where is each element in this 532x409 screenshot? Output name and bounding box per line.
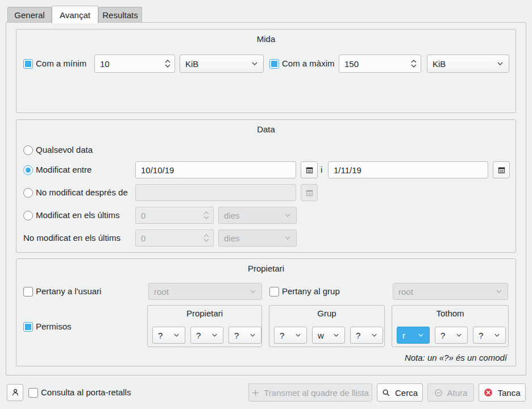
perm-all-value-2: ?: [440, 331, 456, 340]
owned-by-group-label: Pertany al grup: [282, 286, 340, 296]
min-size-input[interactable]: [95, 59, 161, 69]
date-to-input[interactable]: [328, 161, 488, 178]
date-groupbox: Data Qualsevol data Modificat entre i No…: [16, 119, 516, 253]
permissions-checkbox[interactable]: [23, 322, 33, 332]
max-size-checkbox[interactable]: [269, 59, 279, 69]
chevron-down-icon: [173, 333, 180, 337]
owner-group-combo: root: [393, 283, 508, 300]
perm-all-combo-2[interactable]: ?: [435, 327, 468, 344]
modified-last-input: [136, 211, 200, 220]
owned-by-user-label: Pertany a l'usuari: [36, 286, 101, 296]
modified-last-radio[interactable]: [23, 211, 33, 220]
modified-last-label: Modificat en els últims: [36, 210, 120, 220]
chevron-down-icon: [371, 333, 377, 337]
perm-group-value-3: ?: [356, 331, 371, 340]
owned-by-user-checkbox[interactable]: [23, 287, 33, 297]
min-size-spin-arrows[interactable]: [161, 60, 174, 68]
date-conjunction-label: i: [321, 165, 322, 174]
spin-down-icon: [165, 64, 171, 68]
modified-last-unit-combo: dies: [218, 207, 297, 224]
perm-group-combo-1[interactable]: ?: [274, 327, 307, 344]
stop-icon: [434, 389, 443, 397]
max-size-spin-arrows[interactable]: [407, 60, 421, 68]
search-button[interactable]: Cerca: [377, 383, 423, 402]
user-icon: [11, 388, 20, 397]
tab-general-label: General: [14, 10, 44, 20]
not-modified-last-spinbox: [135, 229, 214, 247]
min-size-label: Com a mínim: [36, 59, 86, 68]
max-size-input[interactable]: [339, 59, 407, 69]
min-size-unit-combo[interactable]: KiB: [180, 55, 264, 73]
perm-all-combo-1[interactable]: r: [397, 327, 430, 344]
spin-up-icon: [411, 60, 417, 63]
max-size-spinbox[interactable]: [339, 55, 421, 73]
owner-user-value: root: [154, 287, 250, 297]
user-button[interactable]: [7, 384, 23, 401]
not-modified-after-radio[interactable]: [23, 188, 33, 198]
perm-all-groupbox: Tothom r ? ?: [392, 305, 509, 347]
tab-general[interactable]: General: [7, 7, 52, 22]
owner-user-combo: root: [148, 283, 262, 300]
perm-all-title: Tothom: [392, 308, 508, 318]
tab-results[interactable]: Resultats: [98, 7, 142, 22]
min-size-checkbox[interactable]: [23, 59, 33, 69]
search-button-label: Cerca: [395, 388, 418, 398]
size-groupbox: Mida Com a mínim KiB Com a màxim KiB: [16, 29, 516, 113]
perm-owner-combo-3[interactable]: ?: [228, 327, 261, 344]
chevron-down-icon: [250, 333, 256, 337]
perm-owner-value-2: ?: [196, 331, 211, 340]
perm-owner-groupbox: Propietari ? ? ?: [147, 305, 262, 347]
spin-up-icon: [165, 60, 171, 63]
transmit-button: Transmet al quadre de llista: [248, 383, 372, 402]
modified-last-spinbox: [135, 207, 214, 224]
spin-up-icon: [203, 211, 209, 215]
chevron-down-icon: [497, 61, 504, 66]
chevron-down-icon: [295, 333, 301, 337]
clipboard-query-checkbox[interactable]: [28, 388, 38, 398]
any-date-radio[interactable]: [23, 145, 33, 155]
date-to-calendar-button[interactable]: [493, 161, 510, 178]
perm-all-combo-3[interactable]: ?: [473, 327, 506, 344]
owner-group-title: Propietari: [16, 264, 516, 273]
spin-down-icon: [203, 239, 209, 242]
max-size-unit-combo[interactable]: KiB: [427, 55, 509, 73]
tab-advanced[interactable]: Avançat: [52, 6, 98, 23]
not-modified-last-label: No modificat en els últims: [23, 233, 120, 243]
kfind-advanced-dialog: { "tabs": { "general": "General", "advan…: [0, 0, 532, 409]
min-size-unit-value: KiB: [185, 59, 251, 69]
not-modified-last-unit-value: dies: [224, 233, 284, 243]
chevron-down-icon: [251, 61, 258, 66]
max-size-label: Com a màxim: [282, 59, 335, 68]
close-button[interactable]: Tanca: [479, 383, 526, 402]
chevron-down-icon: [418, 333, 424, 337]
modified-last-spin-arrows: [200, 211, 213, 219]
clipboard-query-label: Consulta al porta-retalls: [41, 387, 131, 397]
not-modified-last-spin-arrows: [200, 234, 213, 242]
modified-between-label: Modificat entre: [36, 165, 92, 174]
chevron-down-icon: [284, 236, 291, 240]
close-button-label: Tanca: [497, 388, 520, 398]
any-date-label: Qualsevol data: [36, 145, 93, 155]
date-from-calendar-button[interactable]: [301, 161, 318, 178]
chevron-down-icon: [333, 333, 339, 337]
perm-all-value-3: ?: [479, 331, 494, 340]
perm-group-combo-2[interactable]: w: [312, 327, 345, 344]
date-from-input[interactable]: [135, 161, 296, 178]
perm-owner-combo-1[interactable]: ?: [152, 327, 185, 344]
modified-between-radio[interactable]: [23, 165, 33, 175]
not-modified-last-input: [136, 233, 200, 243]
chevron-down-icon: [284, 213, 291, 218]
chevron-down-icon: [456, 333, 462, 337]
perm-owner-combo-2[interactable]: ?: [190, 327, 223, 344]
plus-icon: [252, 389, 259, 397]
perm-group-combo-3[interactable]: ?: [350, 327, 383, 344]
perm-group-value-2: w: [318, 331, 333, 340]
chevron-down-icon: [250, 289, 256, 294]
min-size-spinbox[interactable]: [94, 55, 175, 73]
spin-down-icon: [203, 216, 209, 219]
perm-group-groupbox: Grup ? w ?: [269, 305, 385, 347]
perm-owner-title: Propietari: [148, 308, 261, 318]
owned-by-group-checkbox[interactable]: [269, 287, 279, 297]
max-size-unit-value: KiB: [433, 59, 497, 69]
wildcard-note: Nota: un «?» és un comodí: [405, 353, 507, 362]
